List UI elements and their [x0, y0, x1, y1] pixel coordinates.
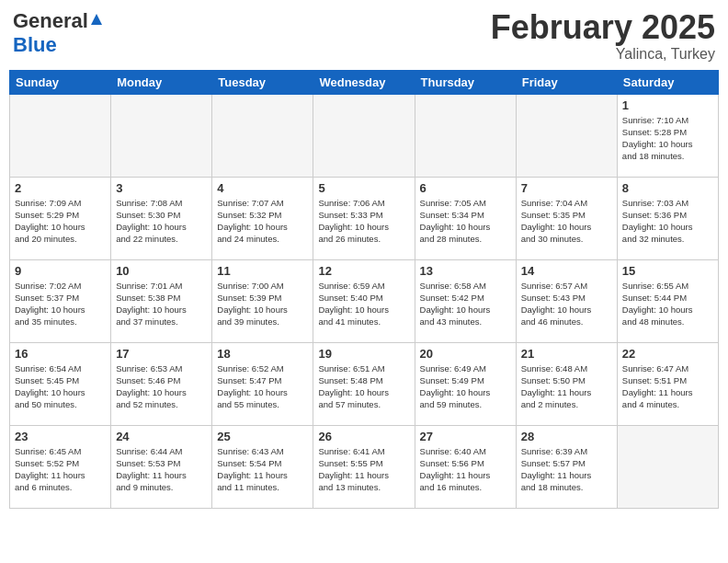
- day-info: Sunrise: 7:06 AM Sunset: 5:33 PM Dayligh…: [318, 197, 409, 246]
- day-cell: 19Sunrise: 6:51 AM Sunset: 5:48 PM Dayli…: [313, 342, 415, 425]
- week-row-3: 9Sunrise: 7:02 AM Sunset: 5:37 PM Daylig…: [10, 259, 719, 342]
- day-number: 3: [116, 181, 207, 195]
- day-number: 2: [15, 181, 106, 195]
- day-cell: [415, 94, 516, 177]
- day-cell: 12Sunrise: 6:59 AM Sunset: 5:40 PM Dayli…: [313, 259, 415, 342]
- day-cell: 16Sunrise: 6:54 AM Sunset: 5:45 PM Dayli…: [10, 342, 111, 425]
- day-cell: 6Sunrise: 7:05 AM Sunset: 5:34 PM Daylig…: [415, 177, 516, 259]
- logo: General Blue: [13, 9, 104, 57]
- day-cell: 22Sunrise: 6:47 AM Sunset: 5:51 PM Dayli…: [617, 342, 718, 425]
- day-info: Sunrise: 7:00 AM Sunset: 5:39 PM Dayligh…: [217, 280, 308, 328]
- day-header-wednesday: Wednesday: [313, 70, 415, 94]
- day-info: Sunrise: 7:02 AM Sunset: 5:37 PM Dayligh…: [15, 280, 106, 328]
- day-info: Sunrise: 6:57 AM Sunset: 5:43 PM Dayligh…: [521, 280, 612, 328]
- day-info: Sunrise: 6:59 AM Sunset: 5:40 PM Dayligh…: [318, 280, 409, 328]
- day-cell: 27Sunrise: 6:40 AM Sunset: 5:56 PM Dayli…: [415, 425, 516, 508]
- day-cell: 1Sunrise: 7:10 AM Sunset: 5:28 PM Daylig…: [617, 94, 718, 177]
- day-info: Sunrise: 7:03 AM Sunset: 5:36 PM Dayligh…: [622, 197, 713, 246]
- day-info: Sunrise: 7:04 AM Sunset: 5:35 PM Dayligh…: [521, 197, 612, 246]
- day-info: Sunrise: 6:40 AM Sunset: 5:56 PM Dayligh…: [420, 445, 511, 494]
- logo-arrow-icon: [89, 12, 104, 30]
- day-cell: [516, 94, 617, 177]
- day-cell: [313, 94, 415, 177]
- day-number: 12: [318, 264, 409, 278]
- day-number: 10: [116, 264, 207, 278]
- calendar-table: SundayMondayTuesdayWednesdayThursdayFrid…: [9, 70, 719, 509]
- day-info: Sunrise: 6:48 AM Sunset: 5:50 PM Dayligh…: [521, 362, 612, 411]
- header-row: SundayMondayTuesdayWednesdayThursdayFrid…: [10, 70, 719, 94]
- day-number: 25: [217, 430, 308, 443]
- day-number: 7: [521, 181, 612, 195]
- day-cell: 25Sunrise: 6:43 AM Sunset: 5:54 PM Dayli…: [212, 425, 313, 508]
- day-info: Sunrise: 6:52 AM Sunset: 5:47 PM Dayligh…: [217, 362, 308, 411]
- day-number: 18: [217, 347, 308, 361]
- day-cell: 21Sunrise: 6:48 AM Sunset: 5:50 PM Dayli…: [516, 342, 617, 425]
- week-row-2: 2Sunrise: 7:09 AM Sunset: 5:29 PM Daylig…: [10, 177, 719, 259]
- day-number: 13: [420, 264, 511, 278]
- day-cell: [10, 94, 111, 177]
- day-cell: 3Sunrise: 7:08 AM Sunset: 5:30 PM Daylig…: [111, 177, 212, 259]
- day-cell: 8Sunrise: 7:03 AM Sunset: 5:36 PM Daylig…: [617, 177, 718, 259]
- day-cell: 26Sunrise: 6:41 AM Sunset: 5:55 PM Dayli…: [313, 425, 415, 508]
- day-number: 16: [15, 347, 106, 361]
- day-info: Sunrise: 7:10 AM Sunset: 5:28 PM Dayligh…: [622, 114, 713, 163]
- day-header-tuesday: Tuesday: [212, 70, 313, 94]
- day-number: 11: [217, 264, 308, 278]
- day-header-monday: Monday: [111, 70, 212, 94]
- day-cell: 13Sunrise: 6:58 AM Sunset: 5:42 PM Dayli…: [415, 259, 516, 342]
- day-number: 27: [420, 430, 511, 443]
- week-row-5: 23Sunrise: 6:45 AM Sunset: 5:52 PM Dayli…: [10, 425, 719, 508]
- day-info: Sunrise: 6:44 AM Sunset: 5:53 PM Dayligh…: [116, 445, 207, 494]
- day-info: Sunrise: 7:09 AM Sunset: 5:29 PM Dayligh…: [15, 197, 106, 246]
- calendar-title: February 2025: [491, 9, 715, 46]
- day-cell: 10Sunrise: 7:01 AM Sunset: 5:38 PM Dayli…: [111, 259, 212, 342]
- day-number: 21: [521, 347, 612, 361]
- logo-blue-text: Blue: [13, 33, 57, 56]
- title-area: February 2025 Yalinca, Turkey: [491, 9, 715, 63]
- day-cell: 24Sunrise: 6:44 AM Sunset: 5:53 PM Dayli…: [111, 425, 212, 508]
- day-number: 14: [521, 264, 612, 278]
- day-info: Sunrise: 7:07 AM Sunset: 5:32 PM Dayligh…: [217, 197, 308, 246]
- day-number: 1: [622, 98, 713, 112]
- week-row-1: 1Sunrise: 7:10 AM Sunset: 5:28 PM Daylig…: [10, 94, 719, 177]
- day-info: Sunrise: 6:51 AM Sunset: 5:48 PM Dayligh…: [318, 362, 409, 411]
- day-info: Sunrise: 6:53 AM Sunset: 5:46 PM Dayligh…: [116, 362, 207, 411]
- day-number: 9: [15, 264, 106, 278]
- day-info: Sunrise: 6:54 AM Sunset: 5:45 PM Dayligh…: [15, 362, 106, 411]
- day-cell: 15Sunrise: 6:55 AM Sunset: 5:44 PM Dayli…: [617, 259, 718, 342]
- day-header-thursday: Thursday: [415, 70, 516, 94]
- day-info: Sunrise: 6:45 AM Sunset: 5:52 PM Dayligh…: [15, 445, 106, 494]
- day-info: Sunrise: 7:01 AM Sunset: 5:38 PM Dayligh…: [116, 280, 207, 328]
- svg-marker-0: [91, 14, 102, 25]
- day-cell: 20Sunrise: 6:49 AM Sunset: 5:49 PM Dayli…: [415, 342, 516, 425]
- day-cell: 7Sunrise: 7:04 AM Sunset: 5:35 PM Daylig…: [516, 177, 617, 259]
- day-number: 15: [622, 264, 713, 278]
- day-cell: 9Sunrise: 7:02 AM Sunset: 5:37 PM Daylig…: [10, 259, 111, 342]
- day-info: Sunrise: 6:49 AM Sunset: 5:49 PM Dayligh…: [420, 362, 511, 411]
- day-cell: 18Sunrise: 6:52 AM Sunset: 5:47 PM Dayli…: [212, 342, 313, 425]
- day-number: 5: [318, 181, 409, 195]
- day-info: Sunrise: 6:41 AM Sunset: 5:55 PM Dayligh…: [318, 445, 409, 494]
- day-number: 17: [116, 347, 207, 361]
- day-number: 20: [420, 347, 511, 361]
- day-cell: [617, 425, 718, 508]
- day-cell: 17Sunrise: 6:53 AM Sunset: 5:46 PM Dayli…: [111, 342, 212, 425]
- day-cell: 28Sunrise: 6:39 AM Sunset: 5:57 PM Dayli…: [516, 425, 617, 508]
- day-number: 8: [622, 181, 713, 195]
- day-cell: [111, 94, 212, 177]
- day-info: Sunrise: 6:58 AM Sunset: 5:42 PM Dayligh…: [420, 280, 511, 328]
- day-cell: 11Sunrise: 7:00 AM Sunset: 5:39 PM Dayli…: [212, 259, 313, 342]
- day-cell: 2Sunrise: 7:09 AM Sunset: 5:29 PM Daylig…: [10, 177, 111, 259]
- day-header-sunday: Sunday: [10, 70, 111, 94]
- day-number: 19: [318, 347, 409, 361]
- day-cell: 23Sunrise: 6:45 AM Sunset: 5:52 PM Dayli…: [10, 425, 111, 508]
- day-header-saturday: Saturday: [617, 70, 718, 94]
- day-info: Sunrise: 6:55 AM Sunset: 5:44 PM Dayligh…: [622, 280, 713, 328]
- week-row-4: 16Sunrise: 6:54 AM Sunset: 5:45 PM Dayli…: [10, 342, 719, 425]
- day-info: Sunrise: 7:05 AM Sunset: 5:34 PM Dayligh…: [420, 197, 511, 246]
- logo-general-text: General: [13, 9, 88, 33]
- day-number: 28: [521, 430, 612, 443]
- day-number: 24: [116, 430, 207, 443]
- day-info: Sunrise: 7:08 AM Sunset: 5:30 PM Dayligh…: [116, 197, 207, 246]
- day-info: Sunrise: 6:47 AM Sunset: 5:51 PM Dayligh…: [622, 362, 713, 411]
